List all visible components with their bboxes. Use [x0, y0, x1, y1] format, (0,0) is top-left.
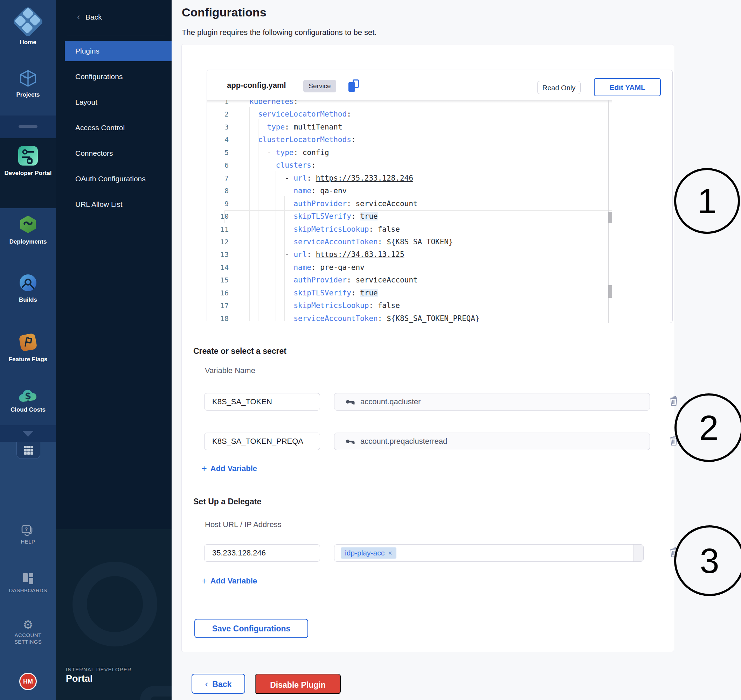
sidebar-item-dashboards[interactable]: DASHBOARDS: [0, 573, 56, 594]
plugin-nav-panel: ‹Back PluginsConfigurationsLayoutAccess …: [56, 0, 172, 700]
sidebar-bottom-section: [0, 442, 56, 700]
annotation-circle-3: 3: [674, 525, 741, 596]
code-line-12: 12 serviceAccountToken: ${K8S_SA_TOKEN}: [207, 235, 612, 249]
secret-select-field[interactable]: account.preqaclusterread: [334, 432, 650, 450]
copy-icon[interactable]: [348, 79, 360, 93]
yaml-filename: app-config.yaml: [227, 81, 286, 90]
code-line-17: 17 skipMetricsLookup: false: [207, 299, 612, 312]
user-avatar[interactable]: HM: [19, 673, 37, 690]
sidebar-item-developer-portal[interactable]: Developer Portal: [0, 146, 56, 177]
sidebar-item-label: Cloud Costs: [0, 406, 56, 413]
sidebar-item-label: ACCOUNT SETTINGS: [0, 632, 56, 645]
code-line-2: 2 serviceLocatorMethod:: [207, 108, 612, 121]
sidebar-item-label: Projects: [0, 91, 56, 99]
sidebar-item-home[interactable]: Home: [0, 8, 56, 46]
scrollbar-thumb[interactable]: [608, 212, 612, 223]
variable-name-label: Variable Name: [205, 366, 255, 375]
page-subtitle: The plugin requires the following config…: [182, 28, 376, 37]
scroll-shadow: [207, 100, 612, 103]
disable-plugin-button[interactable]: Disable Plugin: [255, 674, 341, 694]
sidebar-item-account-settings[interactable]: ⚙ ACCOUNT SETTINGS: [0, 619, 56, 645]
nav-item-configurations[interactable]: Configurations: [75, 66, 122, 87]
code-line-4: 4 clusterLocatorMethods:: [207, 133, 612, 146]
code-line-16: 16 skipTLSVerify: true: [207, 287, 612, 300]
code-line-5: 5 - type: config: [207, 146, 612, 159]
collapse-handle-icon[interactable]: [19, 125, 37, 128]
service-badge: Service: [303, 80, 336, 93]
decorative-ring: [72, 562, 157, 646]
cloud-costs-icon: $: [18, 388, 38, 404]
add-variable-link[interactable]: +Add Variable: [201, 576, 257, 587]
builds-icon: [19, 274, 37, 293]
sidebar-item-builds[interactable]: Builds: [0, 274, 56, 303]
sidebar-item-label: Home: [0, 38, 56, 46]
sidebar-item-label: HELP: [0, 538, 56, 545]
gear-icon: ⚙: [23, 618, 33, 631]
avatar-initials: HM: [23, 678, 33, 685]
back-button[interactable]: ‹Back: [192, 674, 245, 694]
sidebar-item-cloud-costs[interactable]: $ Cloud Costs: [0, 388, 56, 413]
annotation-circle-1: 1: [674, 168, 740, 234]
code-line-9: 9 authProvider: serviceAccount: [207, 197, 612, 210]
chevron-down-icon[interactable]: [22, 431, 34, 437]
nav-item-url-allow-list[interactable]: URL Allow List: [75, 194, 122, 215]
sidebar-item-feature-flags[interactable]: Feature Flags: [0, 332, 56, 363]
host-url-input[interactable]: 35.233.128.246: [204, 544, 320, 562]
developer-portal-icon: [18, 146, 38, 167]
svg-text:?: ?: [25, 526, 28, 532]
nav-item-layout[interactable]: Layout: [75, 92, 97, 112]
harness-logo-icon: [17, 8, 39, 33]
read-only-badge: Read Only: [537, 81, 580, 94]
yaml-code-viewport[interactable]: 1kubernetes:2 serviceLocatorMethod:3 typ…: [207, 100, 612, 323]
nav-brand-panel: INTERNAL DEVELOPER Portal: [56, 529, 172, 700]
brand-title: Portal: [66, 674, 93, 684]
deployments-icon: [19, 215, 37, 235]
host-url-label: Host URL / IP Address: [205, 520, 281, 529]
code-line-3: 3 type: multiTenant: [207, 121, 612, 134]
cube-icon: [18, 69, 38, 90]
remove-tag-icon[interactable]: ×: [388, 549, 392, 557]
trash-icon[interactable]: [669, 395, 679, 406]
app-window: Home Projects Developer Portal Deploymen…: [0, 0, 741, 700]
secret-select-field[interactable]: account.qacluster: [334, 393, 650, 410]
feature-flags-icon: [18, 332, 38, 353]
help-chat-icon: ?: [21, 525, 35, 537]
code-line-14: 14 name: pre-qa-env: [207, 261, 612, 274]
page-title: Configurations: [182, 6, 267, 19]
variable-name-input[interactable]: K8S_SA_TOKEN: [204, 393, 320, 410]
code-line-13: 13 - url: https://34.83.13.125: [207, 248, 612, 261]
nav-item-plugins[interactable]: Plugins: [65, 41, 172, 61]
nav-item-connectors[interactable]: Connectors: [75, 143, 113, 163]
add-variable-link[interactable]: +Add Variable: [201, 463, 257, 474]
code-line-11: 11 skipMetricsLookup: false: [207, 223, 612, 236]
sidebar-item-deployments[interactable]: Deployments: [0, 215, 56, 246]
delegate-tags-input[interactable]: idp-play-acc×: [334, 544, 644, 562]
module-switcher-tab[interactable]: [16, 442, 40, 459]
sidebar-item-projects[interactable]: Projects: [0, 69, 56, 99]
sidebar-item-help[interactable]: ? HELP: [0, 525, 56, 545]
edit-yaml-button[interactable]: Edit YAML: [594, 78, 661, 96]
code-line-10: 10 skipTLSVerify: true: [207, 210, 612, 223]
delegate-section-title: Set Up a Delegate: [193, 497, 261, 506]
secret-value: account.preqaclusterread: [360, 437, 447, 446]
module-sidebar: Home Projects Developer Portal Deploymen…: [0, 0, 56, 700]
variable-name-input[interactable]: K8S_SA_TOKEN_PREQA: [204, 432, 320, 450]
nav-item-oauth-configurations[interactable]: OAuth Configurations: [75, 169, 146, 189]
brand-eyebrow: INTERNAL DEVELOPER: [66, 666, 132, 672]
annotation-circle-2: 2: [675, 393, 741, 462]
nav-item-access-control[interactable]: Access Control: [75, 118, 125, 138]
delegate-tag-chip: idp-play-acc×: [341, 547, 396, 559]
plus-icon: +: [201, 576, 207, 586]
code-line-18: 18 serviceAccountToken: ${K8S_SA_TOKEN_P…: [207, 312, 612, 323]
secret-value: account.qacluster: [360, 397, 421, 406]
key-icon: [345, 397, 355, 407]
scrollbar-thumb[interactable]: [608, 285, 612, 298]
apps-grid-icon: [24, 446, 33, 454]
code-line-8: 8 name: qa-env: [207, 184, 612, 197]
save-configurations-button[interactable]: Save Configurations: [194, 619, 308, 638]
sidebar-item-label: Feature Flags: [0, 356, 56, 363]
key-icon: [345, 436, 355, 447]
sidebar-item-label: Deployments: [0, 238, 56, 246]
sidebar-item-label: Builds: [0, 296, 56, 303]
code-line-7: 7 - url: https://35.233.128.246: [207, 172, 612, 185]
